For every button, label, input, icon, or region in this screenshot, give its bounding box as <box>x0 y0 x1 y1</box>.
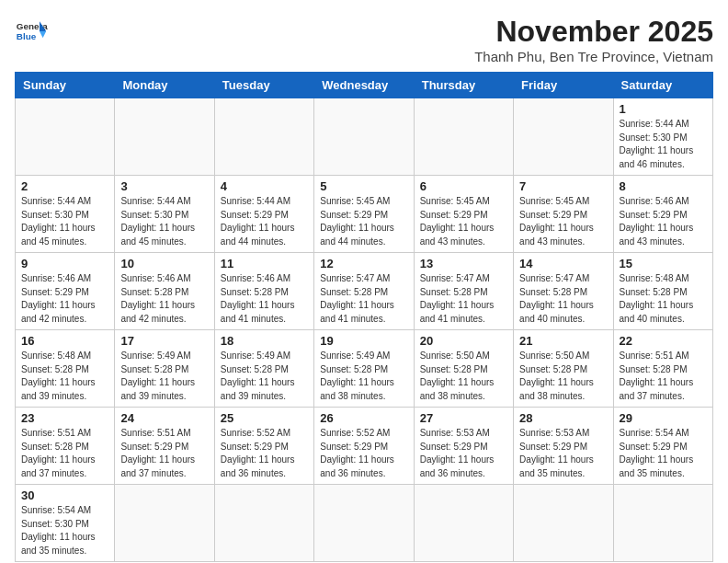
day-info: Sunrise: 5:53 AM Sunset: 5:29 PM Dayligh… <box>519 427 607 480</box>
calendar-week-row: 23Sunrise: 5:51 AM Sunset: 5:28 PM Dayli… <box>16 408 713 485</box>
column-header-wednesday: Wednesday <box>314 73 414 98</box>
month-title: November 2025 <box>474 15 713 49</box>
column-header-saturday: Saturday <box>613 73 712 98</box>
calendar-cell: 15Sunrise: 5:48 AM Sunset: 5:28 PM Dayli… <box>613 253 712 330</box>
day-info: Sunrise: 5:46 AM Sunset: 5:29 PM Dayligh… <box>620 195 707 248</box>
calendar-week-row: 1Sunrise: 5:44 AM Sunset: 5:30 PM Daylig… <box>16 98 713 176</box>
day-number: 28 <box>519 411 607 425</box>
svg-marker-3 <box>40 31 46 38</box>
calendar-cell: 25Sunrise: 5:52 AM Sunset: 5:29 PM Dayli… <box>214 408 313 485</box>
day-info: Sunrise: 5:47 AM Sunset: 5:28 PM Dayligh… <box>320 272 407 326</box>
day-info: Sunrise: 5:49 AM Sunset: 5:28 PM Dayligh… <box>221 350 308 403</box>
title-area: November 2025 Thanh Phu, Ben Tre Provinc… <box>474 15 713 64</box>
calendar-cell: 9Sunrise: 5:46 AM Sunset: 5:29 PM Daylig… <box>16 253 115 330</box>
column-header-friday: Friday <box>514 73 613 98</box>
day-number: 4 <box>221 179 308 193</box>
day-info: Sunrise: 5:52 AM Sunset: 5:29 PM Dayligh… <box>320 427 407 480</box>
day-info: Sunrise: 5:50 AM Sunset: 5:28 PM Dayligh… <box>519 350 607 403</box>
calendar-cell <box>314 98 414 176</box>
day-info: Sunrise: 5:44 AM Sunset: 5:29 PM Dayligh… <box>221 195 308 248</box>
calendar-cell <box>314 485 414 562</box>
day-info: Sunrise: 5:44 AM Sunset: 5:30 PM Dayligh… <box>620 118 707 171</box>
day-info: Sunrise: 5:54 AM Sunset: 5:29 PM Dayligh… <box>620 427 707 480</box>
calendar-cell: 4Sunrise: 5:44 AM Sunset: 5:29 PM Daylig… <box>214 176 313 253</box>
calendar-week-row: 9Sunrise: 5:46 AM Sunset: 5:29 PM Daylig… <box>16 253 713 330</box>
day-info: Sunrise: 5:46 AM Sunset: 5:29 PM Dayligh… <box>21 272 108 326</box>
calendar-cell: 13Sunrise: 5:47 AM Sunset: 5:28 PM Dayli… <box>414 253 513 330</box>
day-number: 3 <box>120 179 208 193</box>
column-header-monday: Monday <box>115 73 214 98</box>
logo: General Blue <box>15 15 48 48</box>
calendar-week-row: 2Sunrise: 5:44 AM Sunset: 5:30 PM Daylig… <box>16 176 713 253</box>
calendar-cell <box>214 98 313 176</box>
day-number: 18 <box>221 334 308 348</box>
day-number: 7 <box>519 179 607 193</box>
day-number: 22 <box>620 334 707 348</box>
day-number: 1 <box>620 102 707 116</box>
day-number: 16 <box>21 334 108 348</box>
calendar-cell: 3Sunrise: 5:44 AM Sunset: 5:30 PM Daylig… <box>115 176 214 253</box>
day-number: 20 <box>420 334 507 348</box>
day-info: Sunrise: 5:51 AM Sunset: 5:28 PM Dayligh… <box>620 350 707 403</box>
calendar-cell: 2Sunrise: 5:44 AM Sunset: 5:30 PM Daylig… <box>16 176 115 253</box>
calendar-cell <box>16 98 115 176</box>
day-number: 8 <box>620 179 707 193</box>
day-number: 25 <box>221 411 308 425</box>
calendar-cell <box>414 98 513 176</box>
day-number: 12 <box>320 257 407 270</box>
day-number: 5 <box>320 179 407 193</box>
column-header-thursday: Thursday <box>414 73 513 98</box>
calendar-cell <box>115 485 214 562</box>
day-info: Sunrise: 5:48 AM Sunset: 5:28 PM Dayligh… <box>620 272 707 326</box>
column-header-tuesday: Tuesday <box>214 73 313 98</box>
day-number: 14 <box>519 257 607 270</box>
calendar-cell: 8Sunrise: 5:46 AM Sunset: 5:29 PM Daylig… <box>613 176 712 253</box>
day-number: 9 <box>21 257 108 270</box>
day-info: Sunrise: 5:46 AM Sunset: 5:28 PM Dayligh… <box>120 272 208 326</box>
calendar-cell <box>115 98 214 176</box>
column-header-sunday: Sunday <box>16 73 115 98</box>
day-info: Sunrise: 5:46 AM Sunset: 5:28 PM Dayligh… <box>221 272 308 326</box>
calendar-cell: 21Sunrise: 5:50 AM Sunset: 5:28 PM Dayli… <box>514 330 613 408</box>
day-info: Sunrise: 5:48 AM Sunset: 5:28 PM Dayligh… <box>21 350 108 403</box>
calendar-cell <box>414 485 513 562</box>
calendar-cell: 6Sunrise: 5:45 AM Sunset: 5:29 PM Daylig… <box>414 176 513 253</box>
calendar-cell: 26Sunrise: 5:52 AM Sunset: 5:29 PM Dayli… <box>314 408 414 485</box>
day-info: Sunrise: 5:45 AM Sunset: 5:29 PM Dayligh… <box>519 195 607 248</box>
day-info: Sunrise: 5:47 AM Sunset: 5:28 PM Dayligh… <box>420 272 507 326</box>
calendar-cell: 1Sunrise: 5:44 AM Sunset: 5:30 PM Daylig… <box>613 98 712 176</box>
calendar-cell: 24Sunrise: 5:51 AM Sunset: 5:29 PM Dayli… <box>115 408 214 485</box>
calendar-cell: 16Sunrise: 5:48 AM Sunset: 5:28 PM Dayli… <box>16 330 115 408</box>
day-number: 10 <box>120 257 208 270</box>
day-info: Sunrise: 5:54 AM Sunset: 5:30 PM Dayligh… <box>21 504 108 557</box>
calendar-cell: 30Sunrise: 5:54 AM Sunset: 5:30 PM Dayli… <box>16 485 115 562</box>
calendar-cell: 23Sunrise: 5:51 AM Sunset: 5:28 PM Dayli… <box>16 408 115 485</box>
day-info: Sunrise: 5:51 AM Sunset: 5:29 PM Dayligh… <box>120 427 208 480</box>
day-number: 23 <box>21 411 108 425</box>
calendar-week-row: 30Sunrise: 5:54 AM Sunset: 5:30 PM Dayli… <box>16 485 713 562</box>
calendar-header-row: SundayMondayTuesdayWednesdayThursdayFrid… <box>16 73 713 98</box>
day-info: Sunrise: 5:53 AM Sunset: 5:29 PM Dayligh… <box>420 427 507 480</box>
calendar-cell: 5Sunrise: 5:45 AM Sunset: 5:29 PM Daylig… <box>314 176 414 253</box>
calendar-cell: 17Sunrise: 5:49 AM Sunset: 5:28 PM Dayli… <box>115 330 214 408</box>
day-number: 29 <box>620 411 707 425</box>
page-header: General Blue November 2025 Thanh Phu, Be… <box>15 15 713 64</box>
day-info: Sunrise: 5:47 AM Sunset: 5:28 PM Dayligh… <box>519 272 607 326</box>
location-title: Thanh Phu, Ben Tre Province, Vietnam <box>474 49 713 64</box>
calendar-week-row: 16Sunrise: 5:48 AM Sunset: 5:28 PM Dayli… <box>16 330 713 408</box>
day-number: 11 <box>221 257 308 270</box>
day-number: 26 <box>320 411 407 425</box>
day-info: Sunrise: 5:45 AM Sunset: 5:29 PM Dayligh… <box>320 195 407 248</box>
calendar-cell: 20Sunrise: 5:50 AM Sunset: 5:28 PM Dayli… <box>414 330 513 408</box>
logo-icon: General Blue <box>15 15 48 48</box>
day-number: 17 <box>120 334 208 348</box>
calendar-cell <box>514 98 613 176</box>
day-info: Sunrise: 5:49 AM Sunset: 5:28 PM Dayligh… <box>120 350 208 403</box>
calendar-cell: 28Sunrise: 5:53 AM Sunset: 5:29 PM Dayli… <box>514 408 613 485</box>
day-number: 30 <box>21 488 108 502</box>
day-number: 13 <box>420 257 507 270</box>
calendar-cell: 19Sunrise: 5:49 AM Sunset: 5:28 PM Dayli… <box>314 330 414 408</box>
day-number: 27 <box>420 411 507 425</box>
day-info: Sunrise: 5:50 AM Sunset: 5:28 PM Dayligh… <box>420 350 507 403</box>
day-info: Sunrise: 5:51 AM Sunset: 5:28 PM Dayligh… <box>21 427 108 480</box>
